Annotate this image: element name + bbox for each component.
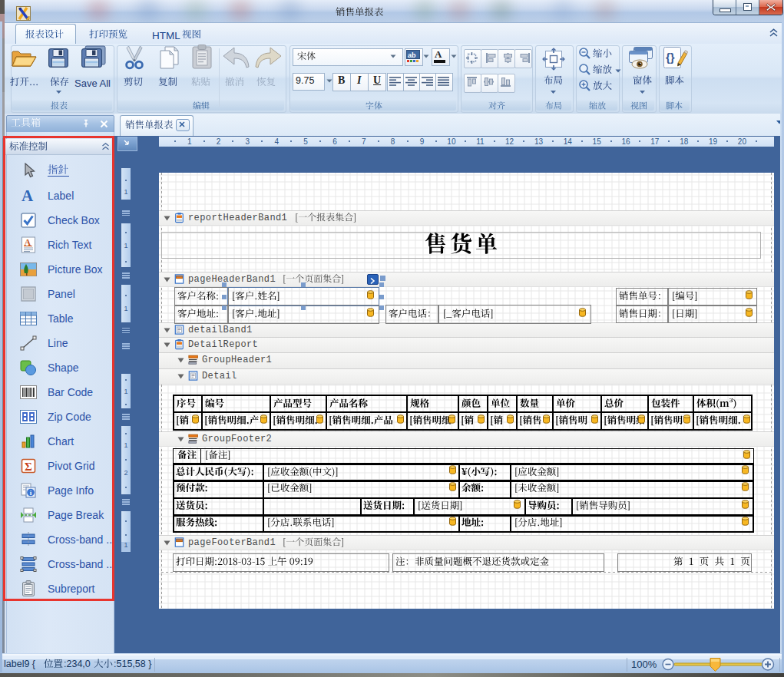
svg-text:ab: ab	[408, 51, 416, 59]
svg-text:{}: {}	[666, 51, 675, 64]
